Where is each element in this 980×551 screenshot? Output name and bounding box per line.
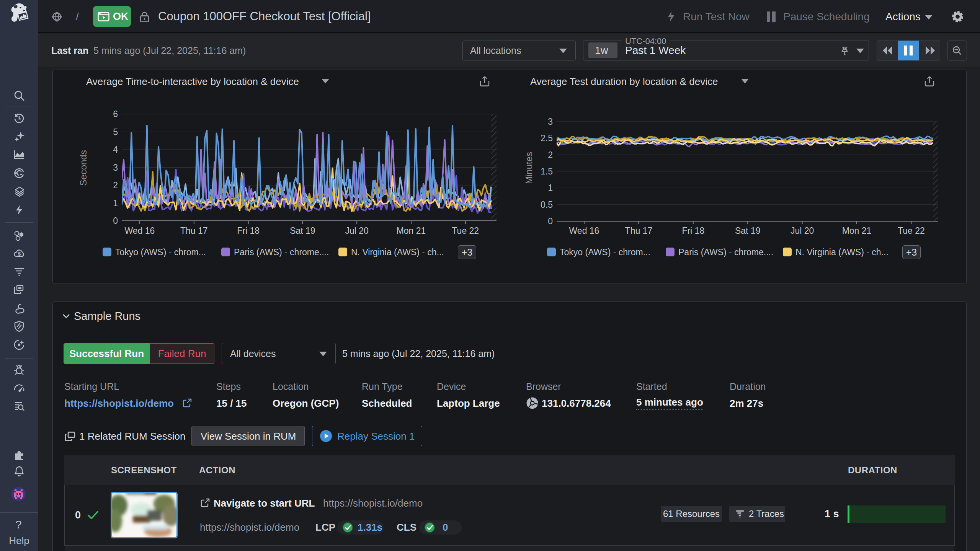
svg-text:$: $: [18, 251, 21, 257]
